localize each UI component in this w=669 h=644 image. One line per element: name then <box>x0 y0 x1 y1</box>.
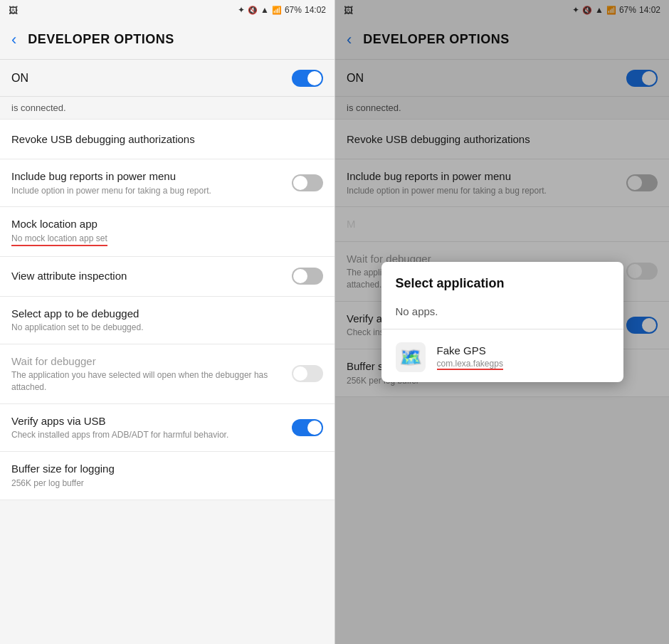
on-label-left: ON <box>11 72 28 85</box>
on-toggle-left[interactable] <box>292 70 323 87</box>
view-attribute-title: View attribute inspection <box>11 269 286 283</box>
bug-reports-subtitle: Include option in power menu for taking … <box>11 185 286 197</box>
bug-reports-toggle-knob <box>293 176 307 190</box>
setting-verify-apps[interactable]: Verify apps via USB Check installed apps… <box>0 404 334 452</box>
mock-location-subtitle-text: No mock location app set <box>11 233 107 246</box>
verify-apps-title: Verify apps via USB <box>11 414 286 428</box>
page-title-left: DEVELOPER OPTIONS <box>28 32 174 47</box>
buffer-size-subtitle: 256K per log buffer <box>11 477 317 490</box>
bug-reports-title: Include bug reports in power menu <box>11 169 286 184</box>
dialog-app-item-fakegps[interactable]: 🗺️ Fake GPS com.lexa.fakegps <box>381 332 623 382</box>
select-app-debug-title: Select app to be debugged <box>11 307 317 321</box>
on-row-left: ON <box>0 60 334 97</box>
view-attribute-toggle-knob <box>293 269 307 283</box>
verify-apps-toggle[interactable] <box>292 419 323 436</box>
buffer-size-title: Buffer size for logging <box>11 462 317 476</box>
battery-text: 67% <box>285 5 302 15</box>
setting-view-attribute[interactable]: View attribute inspection <box>0 257 334 297</box>
select-app-debug-subtitle: No application set to be debugged. <box>11 322 317 334</box>
app-icon-fakegps: 🗺️ <box>396 342 426 372</box>
setting-bug-reports[interactable]: Include bug reports in power menu Includ… <box>0 159 334 207</box>
bluetooth-icon: ✦ <box>238 5 245 15</box>
wait-debugger-title: Wait for debugger <box>11 354 286 369</box>
setting-buffer-size[interactable]: Buffer size for logging 256K per log buf… <box>0 452 334 500</box>
mute-icon: 🔇 <box>248 6 258 15</box>
status-bar-left: 🖼 ✦ 🔇 ▲ 📶 67% 14:02 <box>0 0 334 20</box>
setting-mock-location[interactable]: Mock location app No mock location app s… <box>0 207 334 256</box>
wait-debugger-subtitle: The application you have selected will o… <box>11 369 286 394</box>
connected-text-left: is connected. <box>0 97 334 120</box>
left-panel: 🖼 ✦ 🔇 ▲ 📶 67% 14:02 ‹ DEVELOPER OPTIONS … <box>0 0 334 644</box>
setting-select-app-debug[interactable]: Select app to be debugged No application… <box>0 297 334 344</box>
wait-debugger-toggle-knob <box>293 366 307 381</box>
setting-wait-debugger: Wait for debugger The application you ha… <box>0 344 334 404</box>
bug-reports-toggle[interactable] <box>292 174 323 191</box>
mock-location-subtitle: No mock location app set <box>11 233 317 246</box>
content-left: is connected. Revoke USB debugging autho… <box>0 97 334 644</box>
app-name-fakegps: Fake GPS <box>437 344 609 357</box>
mock-location-title: Mock location app <box>11 217 317 231</box>
dialog-divider <box>381 329 623 329</box>
status-icons-left: 🖼 <box>9 5 18 16</box>
wifi-icon: ▲ <box>260 5 269 15</box>
notification-icon: 🖼 <box>9 5 18 16</box>
dialog-overlay[interactable]: Select application No apps. 🗺️ Fake GPS … <box>335 0 669 644</box>
app-package-fakegps: com.lexa.fakegps <box>437 359 503 370</box>
on-toggle-knob-left <box>307 71 322 85</box>
status-right-left: ✦ 🔇 ▲ 📶 67% 14:02 <box>238 5 326 15</box>
select-application-dialog: Select application No apps. 🗺️ Fake GPS … <box>381 262 623 382</box>
header-left: ‹ DEVELOPER OPTIONS <box>0 20 334 60</box>
back-button-left[interactable]: ‹ <box>11 31 16 49</box>
app-icon-emoji: 🗺️ <box>399 347 422 369</box>
verify-apps-toggle-knob <box>307 421 322 435</box>
verify-apps-subtitle: Check installed apps from ADB/ADT for ha… <box>11 429 286 441</box>
signal-icon: 📶 <box>272 6 282 15</box>
revoke-usb-title: Revoke USB debugging authorizations <box>11 132 317 147</box>
dialog-no-apps-text: No apps. <box>381 300 623 326</box>
time-display-left: 14:02 <box>305 5 326 15</box>
dialog-title: Select application <box>381 262 623 300</box>
setting-revoke-usb[interactable]: Revoke USB debugging authorizations <box>0 120 334 159</box>
view-attribute-toggle[interactable] <box>292 268 323 285</box>
right-panel: 🖼 ✦ 🔇 ▲ 📶 67% 14:02 ‹ DEVELOPER OPTIONS … <box>334 0 669 644</box>
wait-debugger-toggle <box>292 365 323 382</box>
